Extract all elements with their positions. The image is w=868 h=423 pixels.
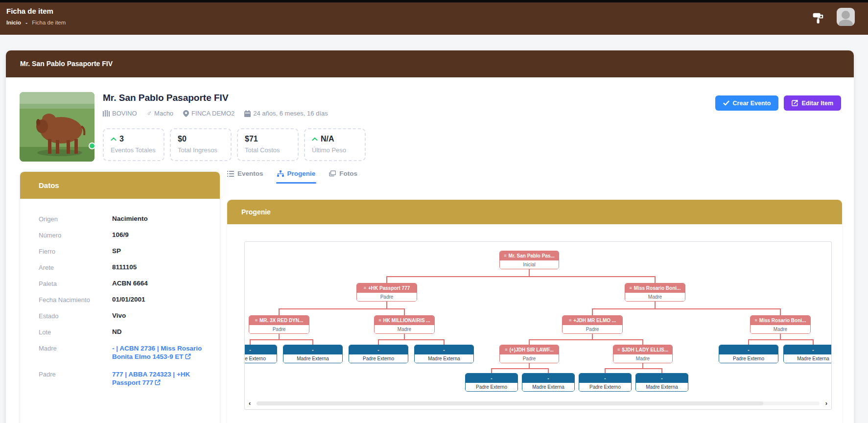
male-icon: ♂ bbox=[147, 110, 152, 117]
datos-row: Número106/9 bbox=[39, 231, 220, 239]
tree-node-mff[interactable]: ≡(+)JDH SIR LAWF...Padre bbox=[499, 345, 559, 363]
tree-connector-line bbox=[378, 339, 379, 345]
tree-node-subtitle: Padre Externo bbox=[349, 354, 408, 363]
tree-node-subtitle: Padre bbox=[249, 325, 309, 333]
tree-node-subtitle: Padre bbox=[357, 293, 417, 301]
stat-value: $0 bbox=[178, 135, 224, 143]
tree-node-m[interactable]: ≡Miss Rosario Boni...Madre bbox=[625, 283, 685, 302]
tree-node-header: ≡+JDH MR ELMO ... bbox=[563, 316, 622, 325]
tree-node-fmm[interactable]: -Madre Externa bbox=[414, 345, 474, 363]
tree-node-f[interactable]: ≡+HK Passport 777Padre bbox=[356, 283, 417, 302]
tree-connector-line bbox=[386, 276, 656, 277]
tree-node-mfmm[interactable]: -Madre Externa bbox=[635, 373, 688, 392]
tree-node-root[interactable]: ≡Mr. San Pablo Pas...Inicial bbox=[499, 251, 559, 269]
datos-row: Arete8111105 bbox=[39, 263, 220, 271]
stat-value-text: $0 bbox=[178, 135, 187, 143]
tree-node-header: ≡Miss Rosario Boni... bbox=[751, 316, 810, 325]
stat-label: Último Peso bbox=[312, 146, 358, 154]
breadcrumb-home-link[interactable]: Inicio bbox=[6, 20, 21, 25]
menu-icon: ≡ bbox=[504, 254, 506, 258]
tree-node-subtitle: Madre Externa bbox=[784, 354, 832, 363]
tree-node-mfmf[interactable]: -Padre Externo bbox=[579, 373, 632, 392]
tree-node-mf[interactable]: ≡+JDH MR ELMO ...Padre bbox=[562, 315, 623, 334]
tree-node-subtitle: Madre bbox=[625, 293, 685, 301]
datos-row-label: Madre bbox=[39, 344, 112, 362]
tree-node-fmf[interactable]: -Padre Externo bbox=[349, 345, 408, 363]
tab-label: Fotos bbox=[339, 170, 357, 177]
tree-node-subtitle: Madre Externa bbox=[522, 383, 574, 391]
animal-photo bbox=[20, 92, 94, 162]
tree-node-ff[interactable]: ≡MR. 3X RED DYN...Padre bbox=[249, 315, 309, 334]
datos-row-label: Arete bbox=[39, 263, 112, 271]
tab-progenie[interactable]: Progenie bbox=[277, 170, 316, 180]
tree-node-title: +JDH MR ELMO ... bbox=[573, 318, 616, 323]
paint-roller-icon[interactable] bbox=[812, 12, 825, 24]
datos-madre-link[interactable]: - | ACBN 2736 | Miss Rosario Bonita Elmo… bbox=[112, 344, 203, 362]
scroll-left-icon[interactable]: ‹ bbox=[249, 400, 251, 407]
tree-node-header: ≡(+)JDH SIR LAWF... bbox=[500, 345, 559, 354]
edit-item-button[interactable]: Editar Item bbox=[784, 95, 841, 111]
tree-node-subtitle: Padre bbox=[500, 354, 559, 363]
tree-node-mfm[interactable]: ≡$JDH LADY ELLIS...Madre bbox=[613, 345, 673, 363]
avatar-head-shape bbox=[842, 11, 850, 19]
tree-node-mmf[interactable]: -Padre Externo bbox=[719, 345, 778, 363]
tree-node-subtitle: Padre Externo bbox=[466, 383, 517, 391]
tree-node-subtitle: Madre Externa bbox=[283, 354, 342, 363]
datos-row-label: Estado bbox=[39, 312, 112, 320]
datos-row-value: 01/01/2001 bbox=[112, 296, 203, 304]
stat-label: Total Ingresos bbox=[178, 146, 224, 154]
avatar-body-shape bbox=[839, 20, 853, 26]
stat-box-3: N/AÚltimo Peso bbox=[304, 128, 366, 161]
tab-fotos[interactable]: Fotos bbox=[329, 170, 357, 180]
card-header: Mr. San Pablo Pasaporte FIV bbox=[6, 50, 854, 77]
datos-row: Fecha Nacimiento01/01/2001 bbox=[39, 296, 220, 304]
tree-node-ffm[interactable]: -Madre Externa bbox=[283, 345, 343, 363]
tree-node-title: - bbox=[443, 347, 445, 352]
stat-value-text: $71 bbox=[245, 135, 258, 143]
datos-row-value: 8111105 bbox=[112, 263, 203, 271]
tree-node-fm[interactable]: ≡HK MILLIONAIRIS ...Madre bbox=[374, 315, 435, 334]
stat-value: N/A bbox=[312, 135, 358, 143]
tree-node-mfff[interactable]: -Padre Externo bbox=[465, 373, 518, 392]
tree-connector-line bbox=[813, 339, 814, 345]
tree-connector-line bbox=[780, 308, 781, 315]
tree-node-title: - bbox=[661, 376, 662, 381]
tree-node-title: - bbox=[604, 376, 606, 381]
user-avatar[interactable] bbox=[837, 8, 855, 26]
datos-row-value: Nacimiento bbox=[112, 215, 203, 223]
progenie-title: Progenie bbox=[241, 208, 271, 216]
tab-eventos[interactable]: Eventos bbox=[227, 170, 263, 180]
datos-row-label: Número bbox=[39, 231, 112, 239]
menu-icon: ≡ bbox=[364, 286, 366, 290]
datos-padre-link[interactable]: 777 | ABBA 724323 | +HK Passport 777 bbox=[112, 370, 203, 388]
tree-connector-line bbox=[592, 308, 781, 309]
tree-node-title: - bbox=[812, 347, 814, 352]
tree-connector-line bbox=[748, 339, 749, 345]
tree-node-title: Miss Rosario Boni... bbox=[759, 318, 806, 323]
tree-node-mm[interactable]: ≡Miss Rosario Boni...Madre bbox=[750, 315, 811, 334]
animal-meta-row: BOVINO ♂ Macho FINCA DEMO2 24 años, 6 me… bbox=[103, 110, 328, 117]
tree-node-title: +HK Passport 777 bbox=[368, 285, 410, 291]
tree-node-title: MR. 3X RED DYN... bbox=[259, 318, 303, 323]
window-top-strip bbox=[0, 0, 868, 2]
scroll-right-icon[interactable]: › bbox=[825, 400, 827, 407]
tree-node-fff[interactable]: -Padre Externo bbox=[244, 345, 277, 363]
tree-connector-line bbox=[642, 363, 643, 368]
tree-connector-line bbox=[661, 368, 662, 373]
tree-node-header: - bbox=[579, 374, 631, 383]
stat-value: 3 bbox=[111, 135, 157, 143]
page-title: Ficha de item bbox=[6, 7, 53, 15]
tree-node-header: - bbox=[784, 345, 832, 354]
tree-connector-line bbox=[444, 339, 445, 345]
tab-label: Eventos bbox=[237, 170, 263, 177]
progenie-section: Progenie ‹ › ≡Mr. San Pablo Pas...Inicia… bbox=[227, 200, 842, 423]
scrollbar-track[interactable] bbox=[257, 401, 820, 405]
datos-row: LoteND bbox=[39, 328, 220, 336]
tree-node-mmm[interactable]: -Madre Externa bbox=[783, 345, 832, 363]
tree-connector-line bbox=[250, 339, 313, 340]
scrollbar-thumb[interactable] bbox=[257, 401, 763, 405]
tree-connector-line bbox=[548, 368, 549, 373]
tree-node-title: HK MILLIONAIRIS ... bbox=[383, 318, 430, 323]
tree-node-mffm[interactable]: -Madre Externa bbox=[522, 373, 575, 392]
create-event-button[interactable]: Crear Evento bbox=[715, 95, 779, 111]
